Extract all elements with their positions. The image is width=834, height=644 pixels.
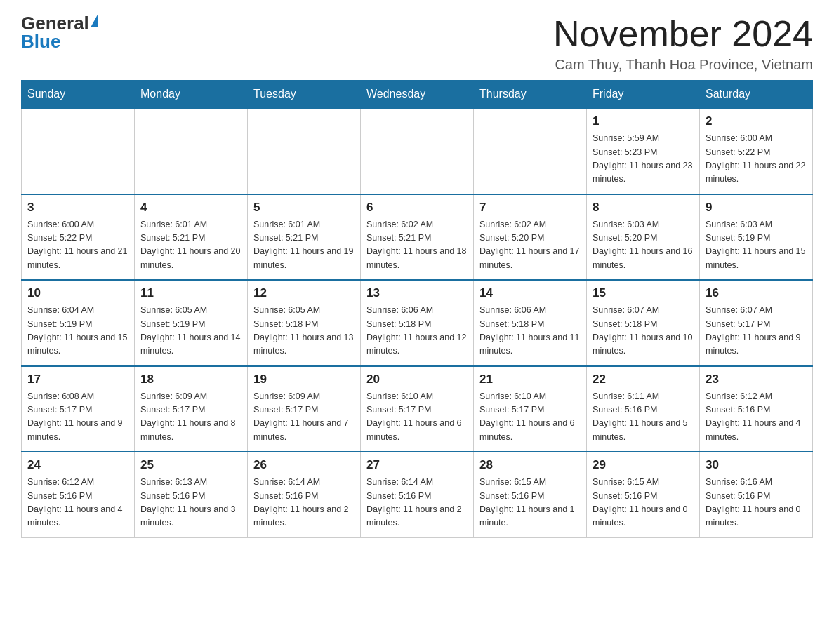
day-number: 7 [479,201,581,215]
logo-triangle-icon [91,15,98,27]
day-info: Sunrise: 6:01 AMSunset: 5:21 PMDaylight:… [253,218,355,273]
day-number: 1 [593,114,694,128]
day-of-week-saturday: Saturday [700,81,813,109]
day-info: Sunrise: 6:10 AMSunset: 5:17 PMDaylight:… [366,390,468,445]
day-info: Sunrise: 6:09 AMSunset: 5:17 PMDaylight:… [140,390,241,445]
week-row-4: 17Sunrise: 6:08 AMSunset: 5:17 PMDayligh… [22,366,813,452]
day-info: Sunrise: 6:14 AMSunset: 5:16 PMDaylight:… [253,476,355,530]
calendar-cell: 1Sunrise: 5:59 AMSunset: 5:23 PMDaylight… [587,108,700,194]
calendar-cell: 28Sunrise: 6:15 AMSunset: 5:16 PMDayligh… [474,452,587,537]
calendar-cell: 18Sunrise: 6:09 AMSunset: 5:17 PMDayligh… [135,366,248,452]
title-block: November 2024 Cam Thuy, Thanh Hoa Provin… [553,14,813,73]
day-of-week-tuesday: Tuesday [248,81,361,109]
logo-general-text: General [21,14,89,32]
day-of-week-monday: Monday [135,81,248,109]
day-info: Sunrise: 6:06 AMSunset: 5:18 PMDaylight:… [479,304,581,358]
day-info: Sunrise: 6:01 AMSunset: 5:21 PMDaylight:… [140,218,241,273]
calendar-cell [474,108,587,194]
day-of-week-thursday: Thursday [474,81,587,109]
day-number: 25 [140,458,241,472]
day-number: 6 [366,201,468,215]
day-of-week-sunday: Sunday [22,81,135,109]
calendar-cell: 19Sunrise: 6:09 AMSunset: 5:17 PMDayligh… [248,366,361,452]
day-number: 21 [479,373,581,387]
day-info: Sunrise: 6:08 AMSunset: 5:17 PMDaylight:… [27,390,128,445]
day-info: Sunrise: 6:05 AMSunset: 5:19 PMDaylight:… [140,304,241,358]
calendar-cell: 24Sunrise: 6:12 AMSunset: 5:16 PMDayligh… [22,452,135,537]
page-header: General Blue November 2024 Cam Thuy, Tha… [21,14,813,73]
day-info: Sunrise: 6:12 AMSunset: 5:16 PMDaylight:… [706,390,807,445]
calendar-cell: 23Sunrise: 6:12 AMSunset: 5:16 PMDayligh… [700,366,813,452]
calendar-cell: 29Sunrise: 6:15 AMSunset: 5:16 PMDayligh… [587,452,700,537]
day-info: Sunrise: 6:07 AMSunset: 5:17 PMDaylight:… [706,304,807,358]
calendar-cell: 17Sunrise: 6:08 AMSunset: 5:17 PMDayligh… [22,366,135,452]
day-number: 20 [366,373,468,387]
day-number: 27 [366,458,468,472]
calendar-cell: 16Sunrise: 6:07 AMSunset: 5:17 PMDayligh… [700,280,813,366]
day-info: Sunrise: 6:13 AMSunset: 5:16 PMDaylight:… [140,476,241,530]
calendar-cell: 9Sunrise: 6:03 AMSunset: 5:19 PMDaylight… [700,194,813,281]
day-number: 17 [27,373,128,387]
week-row-1: 1Sunrise: 5:59 AMSunset: 5:23 PMDaylight… [22,108,813,194]
day-info: Sunrise: 6:00 AMSunset: 5:22 PMDaylight:… [27,218,128,273]
day-info: Sunrise: 6:10 AMSunset: 5:17 PMDaylight:… [479,390,581,445]
week-row-3: 10Sunrise: 6:04 AMSunset: 5:19 PMDayligh… [22,280,813,366]
days-of-week-row: SundayMondayTuesdayWednesdayThursdayFrid… [22,81,813,109]
calendar-cell: 7Sunrise: 6:02 AMSunset: 5:20 PMDaylight… [474,194,587,281]
day-info: Sunrise: 6:15 AMSunset: 5:16 PMDaylight:… [479,476,581,530]
calendar-cell: 2Sunrise: 6:00 AMSunset: 5:22 PMDaylight… [700,108,813,194]
day-number: 23 [706,373,807,387]
day-info: Sunrise: 6:04 AMSunset: 5:19 PMDaylight:… [27,304,128,358]
week-row-2: 3Sunrise: 6:00 AMSunset: 5:22 PMDaylight… [22,194,813,281]
day-number: 18 [140,373,241,387]
day-info: Sunrise: 6:06 AMSunset: 5:18 PMDaylight:… [366,304,468,358]
day-number: 9 [706,201,807,215]
calendar-cell: 6Sunrise: 6:02 AMSunset: 5:21 PMDaylight… [361,194,474,281]
day-of-week-friday: Friday [587,81,700,109]
day-number: 26 [253,458,355,472]
day-info: Sunrise: 6:00 AMSunset: 5:22 PMDaylight:… [706,132,807,187]
calendar-cell [135,108,248,194]
day-number: 10 [27,286,128,300]
day-number: 30 [706,458,807,472]
day-number: 13 [366,286,468,300]
calendar-cell: 21Sunrise: 6:10 AMSunset: 5:17 PMDayligh… [474,366,587,452]
day-info: Sunrise: 6:03 AMSunset: 5:20 PMDaylight:… [593,218,694,273]
day-info: Sunrise: 6:02 AMSunset: 5:21 PMDaylight:… [366,218,468,273]
day-number: 22 [593,373,694,387]
day-number: 24 [27,458,128,472]
calendar-cell [248,108,361,194]
day-info: Sunrise: 5:59 AMSunset: 5:23 PMDaylight:… [593,132,694,187]
day-number: 4 [140,201,241,215]
calendar-cell [361,108,474,194]
day-number: 2 [706,114,807,128]
day-number: 16 [706,286,807,300]
calendar-cell: 5Sunrise: 6:01 AMSunset: 5:21 PMDaylight… [248,194,361,281]
day-info: Sunrise: 6:14 AMSunset: 5:16 PMDaylight:… [366,476,468,530]
week-row-5: 24Sunrise: 6:12 AMSunset: 5:16 PMDayligh… [22,452,813,537]
day-number: 28 [479,458,581,472]
calendar-cell: 13Sunrise: 6:06 AMSunset: 5:18 PMDayligh… [361,280,474,366]
calendar-cell: 15Sunrise: 6:07 AMSunset: 5:18 PMDayligh… [587,280,700,366]
day-info: Sunrise: 6:05 AMSunset: 5:18 PMDaylight:… [253,304,355,358]
calendar-cell: 4Sunrise: 6:01 AMSunset: 5:21 PMDaylight… [135,194,248,281]
calendar-cell: 25Sunrise: 6:13 AMSunset: 5:16 PMDayligh… [135,452,248,537]
day-info: Sunrise: 6:11 AMSunset: 5:16 PMDaylight:… [593,390,694,445]
day-info: Sunrise: 6:12 AMSunset: 5:16 PMDaylight:… [27,476,128,530]
day-info: Sunrise: 6:15 AMSunset: 5:16 PMDaylight:… [593,476,694,530]
calendar-cell [22,108,135,194]
day-number: 12 [253,286,355,300]
calendar-cell: 11Sunrise: 6:05 AMSunset: 5:19 PMDayligh… [135,280,248,366]
day-of-week-wednesday: Wednesday [361,81,474,109]
calendar-cell: 8Sunrise: 6:03 AMSunset: 5:20 PMDaylight… [587,194,700,281]
month-title: November 2024 [553,14,813,54]
calendar-cell: 27Sunrise: 6:14 AMSunset: 5:16 PMDayligh… [361,452,474,537]
day-info: Sunrise: 6:03 AMSunset: 5:19 PMDaylight:… [706,218,807,273]
logo-blue-text: Blue [21,32,60,51]
location-text: Cam Thuy, Thanh Hoa Province, Vietnam [553,57,813,73]
day-info: Sunrise: 6:16 AMSunset: 5:16 PMDaylight:… [706,476,807,530]
calendar-cell: 14Sunrise: 6:06 AMSunset: 5:18 PMDayligh… [474,280,587,366]
day-info: Sunrise: 6:07 AMSunset: 5:18 PMDaylight:… [593,304,694,358]
calendar-cell: 3Sunrise: 6:00 AMSunset: 5:22 PMDaylight… [22,194,135,281]
calendar-cell: 10Sunrise: 6:04 AMSunset: 5:19 PMDayligh… [22,280,135,366]
